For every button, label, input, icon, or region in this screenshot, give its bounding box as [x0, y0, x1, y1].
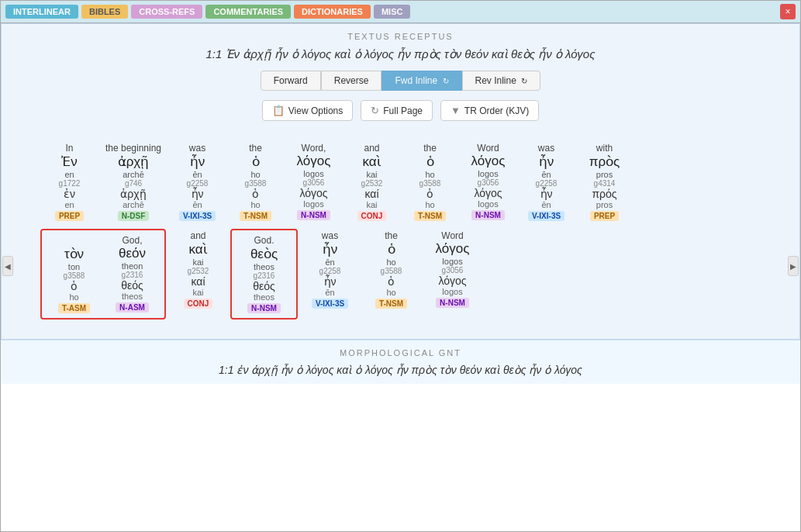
- en-was3: was: [322, 230, 338, 241]
- nav-tab-dictionaries[interactable]: DICTIONARIES: [294, 5, 371, 19]
- word-block-word1[interactable]: Word, λόγος logos g3056 λόγος logos N-NS…: [285, 141, 343, 222]
- view-options-button[interactable]: 📋 View Options: [262, 100, 353, 121]
- tr2-with: pros: [596, 200, 613, 209]
- tag-and2: CONJ: [184, 299, 213, 309]
- tag-was1: V-IXI-3S: [179, 211, 216, 221]
- word-block-god2[interactable]: God. θεὸς theos g2316 θεός theos N-NSM: [235, 233, 293, 315]
- app-window: INTERLINEAR BIBLES CROSS-REFS COMMENTARI…: [0, 0, 801, 532]
- en-in: In: [65, 143, 73, 154]
- sn-the2: g3588: [419, 179, 441, 188]
- tr2-the2: ho: [425, 200, 434, 209]
- interlinear-row-2: τὸν ton g3588 ὁ ho T-ASM God, θεόν theon: [40, 229, 761, 320]
- tag-was3: V-IXI-3S: [312, 299, 348, 309]
- gk2-ton: ὁ: [71, 280, 78, 292]
- gk-the2: ὁ: [426, 154, 434, 170]
- tag-the2: T-NSM: [414, 211, 446, 221]
- en-word3: Word: [441, 230, 463, 241]
- word-block-was1[interactable]: was ἦν ēn g2258 ἦν ēn V-IXI-3S: [168, 141, 226, 223]
- tr-word3: logos: [442, 257, 462, 266]
- en-the1: the: [249, 143, 262, 154]
- tag-the3: T-NSM: [375, 299, 407, 309]
- gk2-with: πρός: [592, 188, 616, 200]
- gk-was1: ἦν: [190, 154, 205, 170]
- reference-text: 1:1 Ἐν ἀρχῇ ἦν ὁ λόγος καὶ ὁ λόγος ἦν πρ…: [17, 47, 784, 61]
- sn-the3: g3588: [381, 267, 402, 275]
- en-the2: the: [423, 143, 437, 154]
- gk2-and2: καί: [191, 275, 205, 288]
- nav-tab-misc[interactable]: MISC: [374, 5, 411, 19]
- tr-god1: theon: [122, 261, 143, 271]
- gk2-beginning: ἀρχῇ: [120, 188, 146, 200]
- gk2-was2: ἦν: [540, 188, 553, 200]
- word-block-god1[interactable]: God, θεόν theon g2316 θεός theos N-ASM: [103, 233, 161, 315]
- full-page-label: Full Page: [383, 105, 423, 116]
- word-block-word2[interactable]: Word λόγος logos g3056 λόγος logos N-NSM: [459, 141, 517, 222]
- en-was1: was: [189, 143, 205, 154]
- right-arrow[interactable]: ▶: [788, 256, 799, 276]
- tag-in: PREP: [55, 211, 84, 221]
- tr2-word2: logos: [478, 199, 498, 209]
- tab-forward[interactable]: Forward: [261, 71, 321, 91]
- tag-word3: N-NSM: [436, 298, 469, 308]
- tr-word1: logos: [303, 169, 323, 178]
- tag-was2: V-IXI-3S: [528, 211, 564, 221]
- view-options-label: View Options: [288, 105, 343, 116]
- word-block-in[interactable]: In Ἐν en g1722 ἐν en PREP: [40, 141, 98, 223]
- gk-the1: ὁ: [252, 154, 260, 170]
- nav-tab-commentaries[interactable]: COMMENTARIES: [205, 5, 291, 19]
- gk2-was1: ἦν: [192, 188, 204, 200]
- full-page-button[interactable]: ↻ Full Page: [361, 100, 433, 121]
- nav-tab-crossrefs[interactable]: CROSS-REFS: [131, 5, 202, 19]
- gk-beginning: ἀρχῇ: [118, 154, 150, 170]
- gk-ton: τὸν: [64, 246, 84, 262]
- sn-was2: g2258: [536, 179, 558, 188]
- tag-ton: T-ASM: [58, 303, 90, 313]
- word-block-beginning[interactable]: the beginning ἀρχῇ archē g746 ἀρχῇ archē…: [98, 141, 168, 223]
- gk-word1: λόγος: [297, 154, 331, 169]
- word-block-the1[interactable]: the ὁ ho g3588 ὁ ho T-NSM: [226, 141, 285, 223]
- tr-beginning: archē: [123, 170, 144, 179]
- gk-the3: ὁ: [388, 241, 395, 257]
- close-button[interactable]: ×: [780, 4, 796, 19]
- nav-tab-bibles[interactable]: BIBLES: [81, 5, 128, 19]
- sn-en: g1722: [59, 179, 81, 188]
- gk2-the3: ὁ: [388, 275, 395, 288]
- gk-was2: ἦν: [539, 154, 554, 170]
- word-block-was3[interactable]: was ἦν ēn g2258 ἦν ēn V-IXI-3S: [301, 229, 359, 310]
- gk2-word3: λόγος: [438, 275, 466, 287]
- gk-word3: λόγος: [436, 241, 470, 257]
- morphological-gnt-section: MORPHOLOGICAL GNT 1:1 ἐν ἀρχῇ ἦν ὁ λόγος…: [1, 340, 800, 384]
- rev-inline-label: Rev Inline: [475, 75, 516, 86]
- word-block-and1[interactable]: and καὶ kai g2532 καί kai CONJ: [343, 141, 401, 223]
- tab-reverse[interactable]: Reverse: [321, 71, 382, 91]
- word-block-word3[interactable]: Word λόγος logos g3056 λόγος logos N-NSM: [423, 229, 482, 309]
- gk2-and1: καί: [364, 188, 378, 200]
- sn-god2: g2316: [254, 271, 275, 280]
- word-block-the3[interactable]: the ὁ ho g3588 ὁ ho T-NSM: [362, 229, 420, 310]
- tr-order-button[interactable]: ▼ TR Order (KJV): [440, 100, 539, 121]
- left-arrow[interactable]: ◀: [2, 256, 13, 276]
- word-block-the2[interactable]: the ὁ ho g3588 ὁ ho T-NSM: [401, 141, 459, 223]
- gk-god1: θεόν: [119, 246, 146, 261]
- gk-en: Ἐν: [61, 154, 78, 170]
- gk2-was3: ἦν: [324, 275, 337, 288]
- tab-rev-inline[interactable]: Rev Inline ↻: [462, 71, 541, 91]
- sn-and2: g2532: [188, 267, 209, 275]
- tab-fwd-inline[interactable]: Fwd Inline ↻: [382, 71, 461, 91]
- gk2-the1: ὁ: [252, 188, 259, 200]
- word-block-ton[interactable]: τὸν ton g3588 ὁ ho T-ASM: [45, 233, 103, 315]
- word-block-and2[interactable]: and καὶ kai g2532 καί kai CONJ: [169, 229, 227, 310]
- en-god2: God.: [254, 235, 274, 246]
- en-beginning: the beginning: [105, 143, 161, 154]
- tr2-was1: ēn: [192, 200, 202, 209]
- gk2-god1: θεός: [121, 279, 143, 292]
- en-with: with: [596, 143, 613, 154]
- en-word2: Word: [477, 143, 499, 154]
- gk-god2: θεὸς: [250, 246, 278, 262]
- tr2-and2: kai: [192, 288, 203, 297]
- nav-tab-interlinear[interactable]: INTERLINEAR: [5, 5, 78, 19]
- tr-en: en: [64, 170, 74, 179]
- word-block-with[interactable]: with πρὸς pros g4314 πρός pros PREP: [575, 141, 634, 223]
- word-block-was2[interactable]: was ἦν ēn g2258 ἦν ēn V-IXI-3S: [517, 141, 575, 223]
- tr2-was3: ēn: [325, 288, 334, 297]
